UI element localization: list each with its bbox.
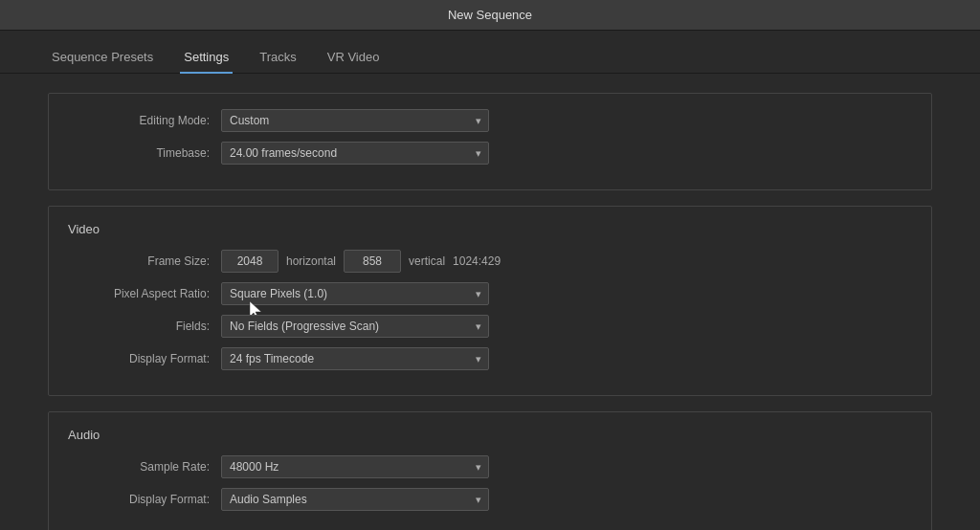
aspect-ratio-value: 1024:429 (453, 254, 501, 268)
dialog-title: New Sequence (448, 8, 532, 22)
vertical-label: vertical (409, 254, 445, 268)
audio-section-title: Audio (68, 428, 912, 442)
video-section: Video Frame Size: horizontal vertical 10… (48, 206, 932, 396)
tab-vr-video[interactable]: VR Video (323, 42, 384, 74)
sample-rate-select[interactable]: 48000 Hz (221, 455, 489, 478)
timebase-row: Timebase: 24.00 frames/second (68, 142, 912, 165)
timebase-label: Timebase: (68, 146, 221, 160)
tab-settings[interactable]: Settings (180, 42, 233, 74)
tab-bar: Sequence Presets Settings Tracks VR Vide… (0, 31, 980, 74)
tab-sequence-presets[interactable]: Sequence Presets (48, 42, 157, 74)
dialog: New Sequence Sequence Presets Settings T… (0, 0, 980, 530)
content-area: Editing Mode: Custom Timebase: 24.00 fra… (0, 74, 980, 530)
tab-tracks[interactable]: Tracks (256, 42, 301, 74)
frame-size-row: Frame Size: horizontal vertical 1024:429 (68, 250, 912, 273)
video-section-title: Video (68, 222, 912, 236)
timebase-select-wrapper: 24.00 frames/second (221, 142, 489, 165)
fields-select[interactable]: No Fields (Progressive Scan) (221, 315, 489, 338)
title-bar: New Sequence (0, 0, 980, 31)
frame-size-label: Frame Size: (68, 254, 221, 268)
audio-display-format-select-wrapper: Audio Samples (221, 488, 489, 511)
fields-label: Fields: (68, 320, 221, 333)
sample-rate-select-wrapper: 48000 Hz (221, 455, 489, 478)
audio-display-format-label: Display Format: (68, 493, 221, 506)
fields-select-wrapper: No Fields (Progressive Scan) (221, 315, 489, 338)
fields-row: Fields: No Fields (Progressive Scan) (68, 315, 912, 338)
sample-rate-row: Sample Rate: 48000 Hz (68, 455, 912, 478)
editing-mode-row: Editing Mode: Custom (68, 109, 912, 132)
audio-section: Audio Sample Rate: 48000 Hz Display Form… (48, 411, 932, 530)
editing-mode-label: Editing Mode: (68, 114, 221, 127)
audio-display-format-select[interactable]: Audio Samples (221, 488, 489, 511)
video-display-format-label: Display Format: (68, 352, 221, 365)
horizontal-label: horizontal (286, 254, 336, 268)
frame-height-input[interactable] (344, 250, 401, 273)
video-display-format-select-wrapper: 24 fps Timecode (221, 347, 489, 370)
timebase-select[interactable]: 24.00 frames/second (221, 142, 489, 165)
sample-rate-label: Sample Rate: (68, 460, 221, 474)
video-display-format-select[interactable]: 24 fps Timecode (221, 347, 489, 370)
pixel-aspect-ratio-row: Pixel Aspect Ratio: Square Pixels (1.0) (68, 282, 912, 305)
pixel-aspect-ratio-label: Pixel Aspect Ratio: (68, 287, 221, 300)
frame-size-inputs: horizontal vertical 1024:429 (221, 250, 501, 273)
editing-settings-section: Editing Mode: Custom Timebase: 24.00 fra… (48, 93, 932, 190)
editing-mode-select-wrapper: Custom (221, 109, 489, 132)
editing-mode-select[interactable]: Custom (221, 109, 489, 132)
audio-display-format-row: Display Format: Audio Samples (68, 488, 912, 511)
frame-width-input[interactable] (221, 250, 278, 273)
video-display-format-row: Display Format: 24 fps Timecode (68, 347, 912, 370)
